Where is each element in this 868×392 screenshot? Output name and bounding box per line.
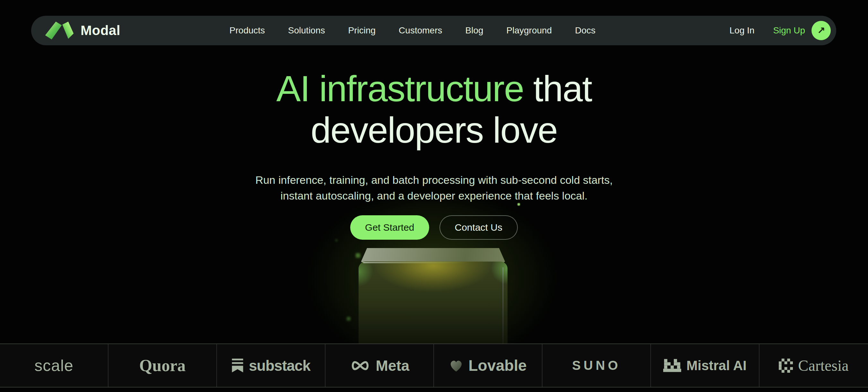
- partner-logo-mistral: Mistral AI: [651, 344, 760, 387]
- nav-link-pricing[interactable]: Pricing: [348, 25, 376, 36]
- title-green-part: AI infrastructure: [276, 68, 524, 109]
- suno-wordmark: SUNO: [572, 358, 621, 373]
- nav-link-solutions[interactable]: Solutions: [288, 25, 325, 36]
- nav-link-customers[interactable]: Customers: [399, 25, 442, 36]
- partner-logo-scale: scale: [0, 344, 108, 387]
- title-line2: developers love: [311, 110, 558, 150]
- partner-logo-substack: substack: [217, 344, 326, 387]
- pixel-m-icon: [663, 359, 681, 372]
- mistral-wordmark: Mistral AI: [686, 358, 746, 373]
- login-link[interactable]: Log In: [730, 25, 755, 36]
- arrow-up-right-icon: ↗: [817, 25, 825, 36]
- partner-logo-suno: SUNO: [542, 344, 651, 387]
- partner-logo-lovable: Lovable: [434, 344, 542, 387]
- nav-links: Products Solutions Pricing Customers Blo…: [229, 25, 595, 36]
- get-started-button[interactable]: Get Started: [350, 215, 429, 240]
- cta-row: Get Started Contact Us: [0, 215, 868, 240]
- particle: [347, 317, 350, 321]
- hero-subtitle: Run inference, training, and batch proce…: [246, 172, 622, 204]
- contact-us-button[interactable]: Contact Us: [439, 215, 518, 240]
- nav-link-blog[interactable]: Blog: [465, 25, 483, 36]
- partner-logo-quora: Quora: [108, 344, 217, 387]
- scale-wordmark: scale: [34, 356, 73, 375]
- brand-name: Modal: [81, 23, 120, 38]
- bookmark-stack-icon: [231, 359, 244, 372]
- pixel-c-icon: [779, 359, 793, 373]
- partner-logo-bar: scale Quora substack Meta: [0, 343, 868, 388]
- lovable-wordmark: Lovable: [468, 357, 526, 374]
- modal-landing-page: Modal Products Solutions Pricing Custome…: [0, 0, 868, 392]
- brand-logo[interactable]: Modal: [44, 20, 120, 41]
- signup-circle-button[interactable]: ↗: [811, 21, 831, 40]
- partner-logo-meta: Meta: [326, 344, 434, 387]
- glowing-cube-graphic: [359, 248, 507, 343]
- signup-label: Sign Up: [773, 25, 805, 36]
- page-title: AI infrastructure thatdevelopers love: [0, 68, 868, 151]
- cube-right-edge-line: [503, 267, 503, 343]
- nav-link-docs[interactable]: Docs: [575, 25, 595, 36]
- quora-wordmark: Quora: [139, 356, 186, 375]
- nav-link-products[interactable]: Products: [229, 25, 265, 36]
- title-line1-rest: that: [524, 68, 592, 109]
- signup-button[interactable]: Sign Up ↗: [773, 21, 831, 40]
- heart-icon: [449, 359, 463, 372]
- top-navbar: Modal Products Solutions Pricing Custome…: [31, 16, 836, 45]
- cube-edge-highlight: [363, 262, 469, 263]
- cube-front-face: [359, 261, 507, 345]
- meta-wordmark: Meta: [376, 357, 410, 374]
- cube-top-face: [361, 248, 505, 263]
- nav-right-group: Log In Sign Up ↗: [730, 21, 831, 40]
- cartesia-wordmark: Cartesia: [798, 357, 848, 374]
- infinity-icon: [349, 359, 371, 372]
- modal-m-logo-icon: [44, 20, 75, 41]
- partner-logo-cartesia: Cartesia: [760, 344, 868, 387]
- nav-link-playground[interactable]: Playground: [506, 25, 552, 36]
- substack-wordmark: substack: [249, 357, 310, 374]
